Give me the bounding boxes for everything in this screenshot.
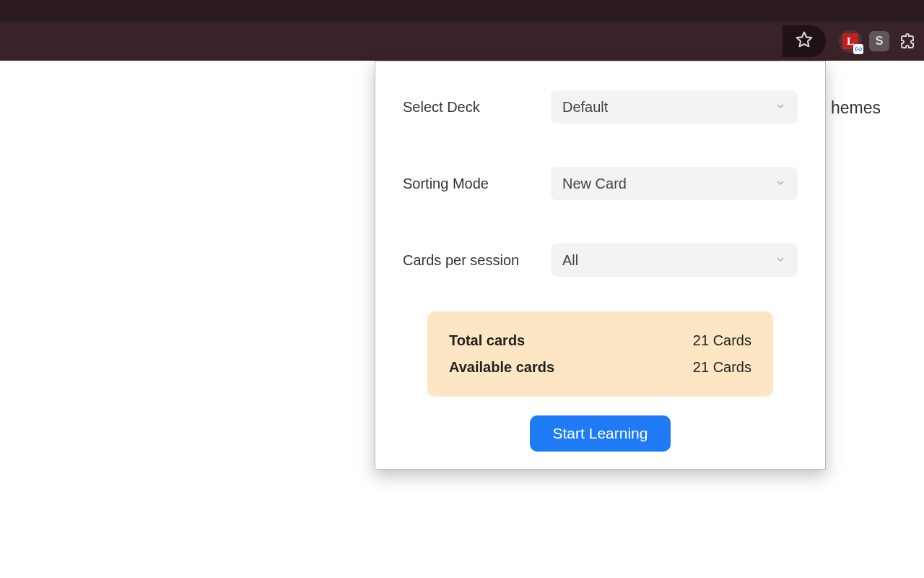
- extension-l-badge[interactable]: L: [839, 30, 862, 53]
- start-learning-button[interactable]: Start Learning: [530, 415, 671, 452]
- total-cards-label: Total cards: [449, 332, 525, 349]
- cards-per-session-row: Cards per session All: [403, 243, 798, 277]
- extension-popup: Select Deck Default Sorting Mode New Car…: [375, 61, 826, 470]
- extensions-puzzle-icon[interactable]: [897, 30, 918, 52]
- select-deck-row: Select Deck Default: [403, 90, 798, 124]
- extension-s-badge[interactable]: S: [869, 31, 889, 51]
- address-bar-end[interactable]: [783, 25, 826, 57]
- select-deck-dropdown[interactable]: Default: [551, 90, 798, 124]
- browser-tab-strip: [0, 0, 924, 22]
- available-cards-value: 21 Cards: [693, 359, 751, 376]
- select-deck-label: Select Deck: [403, 99, 551, 116]
- bookmark-star-icon[interactable]: [795, 30, 814, 52]
- chevron-down-icon: [775, 176, 786, 192]
- browser-toolbar: L S: [0, 22, 924, 61]
- card-summary-box: Total cards 21 Cards Available cards 21 …: [427, 311, 773, 397]
- chevron-down-icon: [775, 99, 786, 116]
- chevron-down-icon: [775, 252, 786, 269]
- extension-l-sub-icon: [853, 44, 863, 54]
- sorting-mode-label: Sorting Mode: [403, 176, 551, 192]
- total-cards-value: 21 Cards: [693, 332, 751, 349]
- cards-per-session-dropdown[interactable]: All: [551, 243, 798, 277]
- available-cards-row: Available cards 21 Cards: [449, 354, 751, 381]
- cards-per-session-label: Cards per session: [403, 252, 551, 269]
- cards-per-session-value: All: [562, 252, 578, 269]
- available-cards-label: Available cards: [449, 359, 554, 376]
- sorting-mode-row: Sorting Mode New Card: [403, 167, 798, 200]
- sorting-mode-value: New Card: [562, 176, 627, 192]
- sorting-mode-dropdown[interactable]: New Card: [551, 167, 798, 200]
- nav-link-themes[interactable]: hemes: [831, 98, 924, 118]
- total-cards-row: Total cards 21 Cards: [449, 327, 751, 354]
- select-deck-value: Default: [562, 99, 608, 116]
